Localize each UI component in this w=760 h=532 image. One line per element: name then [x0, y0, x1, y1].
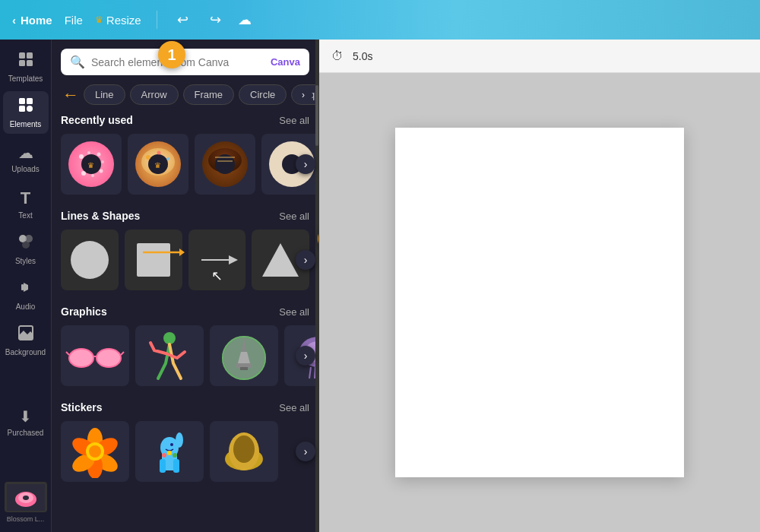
templates-label: Templates: [8, 74, 43, 83]
sticker-item-2[interactable]: [135, 421, 204, 482]
svg-point-32: [166, 157, 169, 160]
svg-rect-6: [19, 106, 25, 112]
annotation-badge-1: 1: [158, 41, 185, 68]
svg-line-50: [66, 352, 69, 355]
sidebar-item-styles[interactable]: Styles: [3, 228, 49, 271]
shape-arrow[interactable]: ↖: [188, 230, 246, 290]
recently-used-section: Recently used See all: [61, 114, 309, 195]
graphics-section: Graphics See all: [61, 306, 309, 386]
recently-used-see-all[interactable]: See all: [279, 115, 309, 126]
sidebar-item-elements[interactable]: Elements: [3, 91, 49, 134]
graphic-item-1[interactable]: [61, 325, 129, 386]
donut-item-3[interactable]: [195, 134, 255, 195]
sticker-item-1[interactable]: [61, 421, 129, 482]
donut-item-1[interactable]: ♛: [61, 134, 122, 195]
sidebar-item-purchased[interactable]: ⬇ Purchased: [3, 401, 49, 443]
svg-point-16: [23, 496, 29, 500]
graphics-scroll-button[interactable]: ›: [296, 346, 315, 366]
chip-circle[interactable]: Circle: [239, 84, 287, 105]
templates-icon: [17, 51, 34, 71]
sidebar-item-background[interactable]: Background: [3, 319, 49, 362]
svg-point-79: [170, 443, 173, 446]
thumbnail-label: Blossom L...: [7, 515, 45, 523]
svg-point-31: [157, 151, 161, 155]
svg-line-51: [121, 352, 124, 355]
svg-text:♛: ♛: [154, 161, 161, 169]
main-layout: Templates Elements ☁ Uploads T Text: [0, 40, 760, 532]
svg-rect-3: [27, 60, 33, 66]
resize-label: Resize: [106, 14, 141, 27]
lines-shapes-see-all[interactable]: See all: [279, 211, 309, 222]
sidebar-item-templates[interactable]: Templates: [3, 46, 49, 88]
timer-text: 5.0s: [353, 50, 372, 62]
elements-icon: [17, 97, 34, 117]
audio-icon: [17, 279, 34, 299]
svg-point-78: [176, 432, 183, 448]
recently-used-title: Recently used: [61, 114, 133, 126]
sidebar-item-text[interactable]: T Text: [3, 182, 49, 225]
canvas-white-page[interactable]: [395, 128, 684, 477]
stickers-see-all[interactable]: See all: [279, 402, 309, 413]
svg-point-21: [97, 153, 101, 157]
panel-scrollbar-thumb: [315, 85, 318, 146]
chip-line[interactable]: Line: [84, 84, 125, 105]
shape-square[interactable]: [125, 230, 182, 290]
resize-button[interactable]: ♛ Resize: [95, 14, 141, 27]
svg-line-62: [309, 367, 311, 378]
home-label: Home: [21, 14, 52, 27]
canvas-area: ⏱ 5.0s: [319, 40, 760, 532]
uploads-icon: ☁: [18, 144, 33, 162]
lines-shapes-header: Lines & Shapes See all: [61, 210, 309, 222]
svg-point-7: [27, 106, 33, 112]
sticker-item-3[interactable]: [210, 421, 278, 482]
stickers-section: Stickers See all: [61, 401, 309, 482]
graphic-item-2[interactable]: [135, 325, 204, 386]
svg-rect-75: [160, 459, 166, 473]
donut-grid: ♛: [61, 134, 309, 195]
graphics-title: Graphics: [61, 306, 107, 318]
file-button[interactable]: File: [65, 14, 83, 27]
svg-point-80: [162, 453, 166, 458]
shapes-grid: ↖ ›: [61, 230, 309, 290]
svg-point-30: [146, 155, 150, 160]
home-button[interactable]: ‹ Home: [12, 14, 52, 27]
canvas-main[interactable]: [319, 73, 760, 532]
thumbnail-preview[interactable]: [5, 482, 47, 512]
donut-item-2[interactable]: ♛: [128, 134, 188, 195]
panel-content: Recently used See all: [52, 111, 318, 532]
svg-point-25: [81, 171, 86, 176]
stickers-header: Stickers See all: [61, 401, 309, 413]
svg-rect-58: [240, 367, 248, 370]
chips-scroll-button[interactable]: ›: [294, 86, 312, 104]
svg-rect-1: [27, 52, 33, 59]
elements-panel: 🔍 Canva 1 ← Line Arrow Frame Circle Squa…: [52, 40, 319, 532]
redo-button[interactable]: ↪: [205, 8, 226, 31]
topbar-divider: [157, 11, 157, 29]
graphics-see-all[interactable]: See all: [279, 306, 309, 318]
sidebar-item-audio[interactable]: Audio: [3, 274, 49, 316]
svg-point-49: [97, 349, 121, 367]
sidebar-item-uploads[interactable]: ☁ Uploads: [3, 137, 49, 179]
svg-rect-5: [27, 98, 33, 104]
chip-frame[interactable]: Frame: [183, 84, 235, 105]
svg-rect-42: [137, 243, 170, 277]
stickers-title: Stickers: [61, 401, 102, 413]
shape-circle[interactable]: [61, 230, 119, 290]
uploads-label: Uploads: [11, 165, 40, 173]
search-icon: 🔍: [70, 55, 85, 69]
chip-arrow[interactable]: Arrow: [130, 84, 179, 105]
stickers-grid: ›: [61, 421, 309, 482]
svg-rect-2: [19, 60, 25, 66]
search-area: 🔍 Canva 1: [52, 40, 318, 81]
topbar: ‹ Home File ♛ Resize ↩ ↪ ☁: [0, 0, 760, 40]
background-label: Background: [5, 348, 46, 356]
recently-used-scroll-button[interactable]: ›: [296, 154, 315, 174]
undo-button[interactable]: ↩: [173, 8, 193, 31]
svg-point-22: [101, 160, 104, 163]
svg-marker-44: [229, 255, 238, 264]
shapes-scroll-button[interactable]: ›: [296, 250, 315, 270]
graphics-header: Graphics See all: [61, 306, 309, 318]
stickers-scroll-button[interactable]: ›: [296, 442, 315, 461]
graphic-item-3[interactable]: [210, 325, 278, 386]
svg-point-20: [87, 151, 90, 154]
